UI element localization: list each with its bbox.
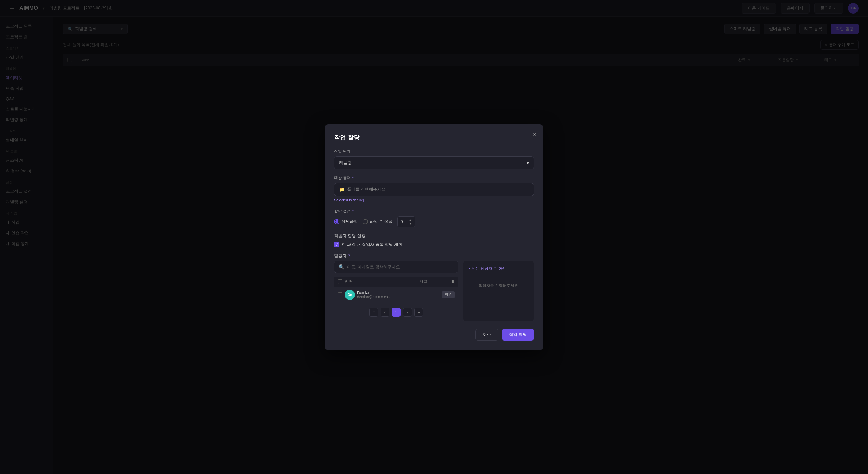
assignee-section: 🔍 멤버 태그 ⇅ De Demian demian@aimmo.co.kr bbox=[334, 261, 534, 321]
page-next-btn[interactable]: › bbox=[403, 308, 412, 317]
col-tag-label: 태그 bbox=[420, 279, 449, 284]
selected-placeholder: 작업자를 선택해주세요 bbox=[468, 283, 529, 289]
member-row-demian: De Demian demian@aimmo.co.kr 직원 bbox=[334, 287, 458, 303]
modal-title: 작업 할당 bbox=[334, 134, 534, 142]
file-count-value: 0 bbox=[401, 219, 403, 224]
target-folder-label: 대상 폴더 * bbox=[334, 175, 534, 181]
required-marker: * bbox=[352, 176, 354, 180]
radio-all-files-label: 전체파일 bbox=[341, 219, 358, 224]
file-count-input[interactable]: 0 ▲▼ bbox=[397, 216, 415, 227]
assignee-label: 담당자 * bbox=[334, 253, 534, 259]
pagination-row: « ‹ 1 › » bbox=[334, 308, 458, 317]
step-arrow-icon: ▾ bbox=[527, 161, 529, 165]
modal-footer: 취소 작업 할당 bbox=[334, 324, 534, 341]
assign-setting-row: 전체파일 파일 수 설정 0 ▲▼ bbox=[334, 216, 534, 227]
selected-folder-value: 0개 bbox=[359, 198, 364, 202]
checkbox-row: ✓ 한 파일 내 작업자 중복 할당 제한 bbox=[334, 242, 534, 247]
worker-assign-label: 작업자 할당 설정 bbox=[334, 233, 534, 238]
stepper-icon: ▲▼ bbox=[409, 218, 412, 225]
assign-settings-label: 할당 설정 * bbox=[334, 209, 534, 214]
folder-input-icon: 📁 bbox=[339, 187, 344, 192]
selected-folder-count: Selected folder 0개 bbox=[334, 198, 534, 203]
radio-all-files[interactable]: 전체파일 bbox=[334, 219, 358, 224]
page-prev-prev-btn[interactable]: « bbox=[369, 308, 378, 317]
duplicate-restrict-checkbox[interactable]: ✓ bbox=[334, 242, 339, 247]
assignee-search-input[interactable] bbox=[347, 265, 454, 269]
header-member-checkbox[interactable] bbox=[338, 279, 342, 284]
cancel-button[interactable]: 취소 bbox=[475, 329, 498, 341]
member-checkbox-demian[interactable] bbox=[338, 293, 342, 297]
modal-close-button[interactable]: × bbox=[533, 131, 536, 137]
search-icon: 🔍 bbox=[339, 264, 344, 270]
member-table-col: 🔍 멤버 태그 ⇅ De Demian demian@aimmo.co.kr bbox=[334, 261, 458, 321]
radio-file-count[interactable]: 파일 수 설정 bbox=[363, 219, 393, 224]
member-tag-demian: 직원 bbox=[442, 291, 455, 298]
filter-icon[interactable]: ⇅ bbox=[452, 279, 455, 284]
checkbox-label: 한 파일 내 작업자 중복 할당 제한 bbox=[342, 242, 402, 247]
member-email-demian: demian@aimmo.co.kr bbox=[357, 295, 439, 299]
member-table-header: 멤버 태그 ⇅ bbox=[334, 276, 458, 287]
page-prev-btn[interactable]: ‹ bbox=[380, 308, 390, 317]
radio-all-files-circle bbox=[334, 219, 339, 224]
step-value: 라벨링 bbox=[339, 160, 351, 166]
step-label: 작업 단계 bbox=[334, 149, 534, 154]
radio-file-count-label: 파일 수 설정 bbox=[370, 219, 393, 224]
radio-file-count-circle bbox=[363, 219, 368, 224]
selected-assignee-col: 선택된 담당자 수 0명 작업자를 선택해주세요 bbox=[463, 261, 534, 321]
step-dropdown[interactable]: 라벨링 ▾ bbox=[334, 157, 534, 169]
member-info-demian: Demian demian@aimmo.co.kr bbox=[357, 291, 439, 299]
page-1-btn[interactable]: 1 bbox=[392, 308, 401, 317]
folder-input-placeholder: 폴더를 선택해주세요. bbox=[347, 187, 387, 192]
selected-count-row: 선택된 담당자 수 0명 bbox=[468, 266, 529, 271]
page-next-next-btn[interactable]: » bbox=[414, 308, 423, 317]
submit-button[interactable]: 작업 할당 bbox=[502, 329, 534, 341]
member-avatar-demian: De bbox=[345, 290, 355, 300]
folder-input[interactable]: 📁 폴더를 선택해주세요. bbox=[334, 183, 534, 196]
selected-count-value: 0명 bbox=[499, 266, 505, 271]
selected-count-label: 선택된 담당자 수 bbox=[468, 266, 497, 271]
assignee-search-row[interactable]: 🔍 bbox=[334, 261, 458, 273]
task-assign-modal: 작업 할당 × 작업 단계 라벨링 ▾ 대상 폴더 * 📁 폴더를 선택해주세요… bbox=[325, 124, 543, 350]
modal-overlay: 작업 할당 × 작업 단계 라벨링 ▾ 대상 폴더 * 📁 폴더를 선택해주세요… bbox=[0, 0, 868, 474]
col-member-label: 멤버 bbox=[345, 279, 417, 284]
member-name-demian: Demian bbox=[357, 291, 439, 295]
